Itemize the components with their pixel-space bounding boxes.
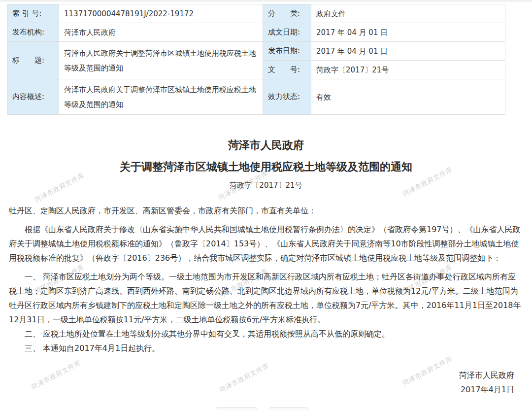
signature-org: 菏泽市人民政府 (0, 368, 514, 382)
document-number: 菏政字〔2017〕21号 (0, 179, 532, 192)
category-label: 分 类: (263, 4, 311, 23)
summary-value: 菏泽市人民政府关于调整菏泽市区城镇土地使用税应税土地等级及范围的通知 (59, 79, 263, 115)
doc-title-value: 菏泽市人民政府关于调整菏泽市区城镇土地使用税应税土地等级及范围的通知 (59, 42, 263, 79)
index-number-label: 索 引 号: (7, 4, 59, 23)
document-body: 牡丹区、定陶区人民政府，市开发区、高新区管委会，市政府有关部门，市直有关单位： … (0, 204, 532, 355)
written-date-value: 2017 年 04 月 01 日 (311, 23, 505, 42)
page-top-strip (0, 0, 532, 1)
signature-block: 菏泽市人民政府 2017年4月1日 (0, 368, 532, 397)
paragraph-salutation: 牡丹区、定陶区人民政府，市开发区、高新区管委会，市政府有关部门，市直有关单位： (9, 204, 523, 218)
index-number-value: 11371700004478191J/2022-19172 (59, 4, 263, 23)
paragraph-item-3: 三、 本通知自2017年4月1日起执行。 (9, 341, 523, 355)
table-row: 发布机构: 菏泽市人民政府 成文日期: 2017 年 04 月 01 日 (7, 23, 505, 42)
table-row: 标 题: 菏泽市人民政府关于调整菏泽市区城镇土地使用税应税土地等级及范围的通知 … (7, 42, 505, 61)
document-subject-title: 关于调整菏泽市区城镇土地使用税应税土地等级及范围的通知 (0, 156, 532, 178)
paragraph-item-2: 二、 应税土地所处位置在土地等级划分或其他分界中如有交叉，其适用税额按照从高不从… (9, 327, 523, 341)
category-value: 政府文件 (311, 4, 505, 23)
doc-title-label: 标 题: (7, 42, 59, 79)
publish-date-label: 发布日期: (263, 42, 311, 61)
paragraph-basis: 根据《山东省人民政府关于修改〈山东省实施中华人民共和国城镇土地使用税暂行条例办法… (9, 222, 523, 265)
bottom-action-button-2[interactable] (269, 407, 308, 410)
document-metadata-table: 索 引 号: 11371700004478191J/2022-19172 分 类… (7, 4, 505, 115)
publish-date-value: 2017 年 04 月 01 日 (311, 42, 505, 61)
doc-number-label: 文 号: (263, 61, 311, 79)
table-row: 内容概述: 菏泽市人民政府关于调整菏泽市区城镇土地使用税应税土地等级及范围的通知… (7, 79, 505, 115)
doc-number-value: 菏政字〔2017〕21号 (311, 61, 505, 79)
validity-label: 效力状态: (263, 79, 311, 115)
paragraph-item-1: 一、 菏泽市区应税土地划分为两个等级。一级土地范围为市开发区和高新区行政区域内所… (9, 270, 523, 327)
written-date-label: 成文日期: (263, 23, 311, 42)
issuing-agency-value: 菏泽市人民政府 (59, 23, 263, 42)
bottom-action-button-1[interactable] (216, 407, 257, 410)
signature-date: 2017年4月1日 (0, 382, 514, 397)
table-row: 索 引 号: 11371700004478191J/2022-19172 分 类… (7, 4, 505, 23)
summary-label: 内容概述: (7, 79, 59, 115)
issuing-agency-label: 发布机构: (7, 23, 59, 42)
validity-value: 有效 (311, 79, 505, 115)
document-org-title: 菏泽市人民政府 (0, 135, 532, 156)
